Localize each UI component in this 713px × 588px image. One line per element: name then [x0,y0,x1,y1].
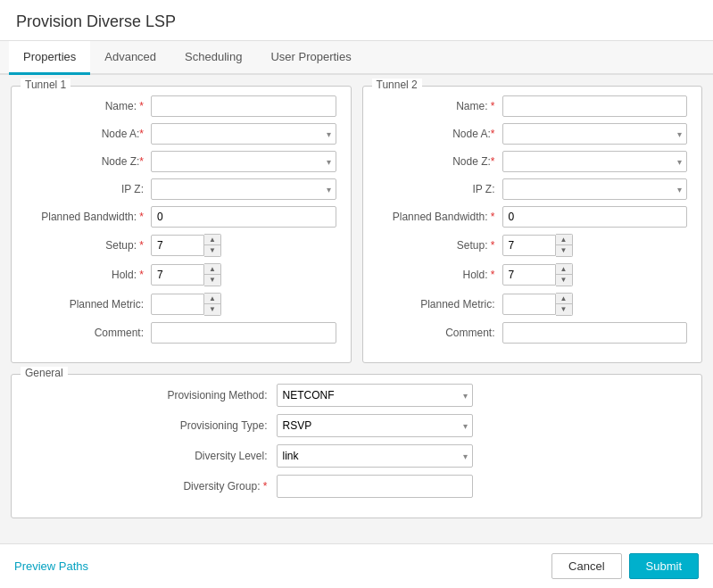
tunnel2-plannedmetric-input[interactable] [502,294,556,315]
preview-paths-button[interactable]: Preview Paths [14,559,88,573]
tunnel1-comment-input[interactable] [151,322,336,344]
tunnel2-nodez-select[interactable] [502,151,688,172]
tunnel1-nodez-row: Node Z:* ▾ [26,151,336,172]
dialog: Provision Diverse LSP Properties Advance… [0,0,713,588]
tab-advanced[interactable]: Advanced [90,41,170,75]
tunnel1-name-input[interactable] [151,95,336,117]
tunnel2-legend: Tunnel 2 [372,79,422,91]
tunnel2-plannedmetric-spinner: ▲ ▼ [502,293,688,316]
tunnel2-setup-input[interactable] [502,235,556,256]
tunnel1-nodea-row: Node A:* ▾ [26,123,336,145]
tunnel1-hold-up-btn[interactable]: ▲ [204,264,220,275]
cancel-button[interactable]: Cancel [551,553,621,579]
general-prov-method-wrapper: NETCONF CLI SNMP ▾ [277,384,473,407]
tunnel1-nodez-wrapper: ▾ [151,151,336,172]
tunnel1-hold-label: Hold: * [26,269,151,281]
tunnel1-plannedmetric-input[interactable] [151,294,204,315]
tunnel2-setup-spinner: ▲ ▼ [502,234,688,257]
tunnel1-ipz-wrapper: ▾ [151,178,336,200]
tunnel2-nodea-wrapper: ▾ [502,123,688,145]
tunnel1-ipz-select[interactable] [151,178,336,200]
tunnel2-setup-down-btn[interactable]: ▼ [556,245,572,256]
tunnel1-hold-row: Hold: * ▲ ▼ [26,263,336,286]
tunnel2-plannedmetric-up-btn[interactable]: ▲ [556,294,572,304]
general-diversity-level-row: Diversity Level: link node srlg ▾ [125,444,589,468]
tunnel1-hold-down-btn[interactable]: ▼ [204,275,220,286]
tunnel1-name-row: Name: * [26,95,336,117]
tunnel1-setup-spinner-btns: ▲ ▼ [204,234,221,257]
tunnel2-comment-input[interactable] [502,322,688,344]
tunnel2-hold-up-btn[interactable]: ▲ [556,264,572,275]
general-diversity-level-wrapper: link node srlg ▾ [277,444,473,468]
tab-bar: Properties Advanced Scheduling User Prop… [0,41,713,75]
tunnel2-ipz-row: IP Z: ▾ [377,178,688,200]
footer: Preview Paths Cancel Submit [0,543,713,588]
tab-scheduling[interactable]: Scheduling [170,41,256,75]
tunnel2-plannedbw-input[interactable] [502,206,688,228]
dialog-title: Provision Diverse LSP [0,0,713,41]
tunnel2-setup-row: Setup: * ▲ ▼ [377,234,688,257]
tunnel1-nodea-select[interactable] [151,123,336,145]
tunnel1-plannedmetric-spinner-btns: ▲ ▼ [204,293,221,316]
tunnel1-plannedmetric-label: Planned Metric: [26,298,151,311]
footer-actions: Cancel Submit [551,553,699,579]
submit-button[interactable]: Submit [629,553,699,579]
general-form: Provisioning Method: NETCONF CLI SNMP ▾ … [26,384,687,505]
general-prov-type-row: Provisioning Type: RSVP SR ▾ [125,414,589,437]
tunnel1-nodea-label: Node A:* [26,128,151,140]
general-prov-method-select[interactable]: NETCONF CLI SNMP [277,384,473,407]
tunnel1-hold-input[interactable] [151,264,204,286]
tunnels-row: Tunnel 1 Name: * Node A:* ▾ [11,86,702,363]
tunnel1-nodea-wrapper: ▾ [151,123,336,145]
tunnel2-ipz-label: IP Z: [377,183,502,195]
tunnel1-ipz-label: IP Z: [26,183,151,195]
tunnel2-plannedmetric-down-btn[interactable]: ▼ [556,304,572,315]
tunnel1-box: Tunnel 1 Name: * Node A:* ▾ [11,86,352,363]
tab-user-properties[interactable]: User Properties [256,41,365,75]
tunnel2-nodea-row: Node A:* ▾ [377,123,688,145]
tunnel1-name-label: Name: * [26,100,151,112]
general-diversity-level-select[interactable]: link node srlg [277,444,473,468]
tunnel2-setup-spinner-btns: ▲ ▼ [556,234,573,257]
general-prov-type-select[interactable]: RSVP SR [277,414,473,437]
tunnel2-hold-spinner-btns: ▲ ▼ [556,263,573,286]
tunnel2-nodea-select[interactable] [502,123,688,145]
tunnel2-hold-spinner: ▲ ▼ [502,263,688,286]
tunnel1-plannedbw-input[interactable] [151,206,336,228]
general-diversity-group-label: Diversity Group: * [125,480,277,493]
tunnel1-setup-input[interactable] [151,235,204,256]
tunnel1-plannedmetric-spinner: ▲ ▼ [151,293,336,316]
tunnel2-ipz-select[interactable] [502,178,688,200]
tunnel1-plannedmetric-up-btn[interactable]: ▲ [204,294,220,304]
tunnel2-plannedbw-label: Planned Bandwidth: * [377,211,502,223]
tunnel2-hold-label: Hold: * [377,269,502,281]
tunnel2-plannedmetric-row: Planned Metric: ▲ ▼ [377,293,688,316]
tunnel2-plannedbw-row: Planned Bandwidth: * [377,206,688,228]
tunnel1-comment-label: Comment: [26,327,151,339]
tunnel2-comment-row: Comment: [377,322,688,344]
content-area: Tunnel 1 Name: * Node A:* ▾ [0,75,713,543]
general-prov-type-wrapper: RSVP SR ▾ [277,414,473,437]
tab-properties[interactable]: Properties [9,41,90,75]
general-diversity-group-input[interactable] [277,475,473,498]
tunnel2-hold-down-btn[interactable]: ▼ [556,275,572,286]
tunnel2-hold-row: Hold: * ▲ ▼ [377,263,688,286]
tunnel2-nodez-wrapper: ▾ [502,151,688,172]
tunnel1-ipz-row: IP Z: ▾ [26,178,336,200]
tunnel1-legend: Tunnel 1 [21,79,70,91]
general-box: General Provisioning Method: NETCONF CLI… [11,374,702,518]
tunnel2-hold-input[interactable] [502,264,556,286]
tunnel2-box: Tunnel 2 Name: * Node A:* ▾ [362,86,703,363]
tunnel1-plannedmetric-down-btn[interactable]: ▼ [204,304,220,315]
tunnel2-name-input[interactable] [502,95,688,117]
tunnel2-setup-up-btn[interactable]: ▲ [556,235,572,245]
tunnel1-hold-spinner-btns: ▲ ▼ [204,263,221,286]
tunnel1-setup-up-btn[interactable]: ▲ [204,235,220,245]
general-prov-type-label: Provisioning Type: [125,419,277,432]
general-prov-method-row: Provisioning Method: NETCONF CLI SNMP ▾ [125,384,589,407]
tunnel1-setup-down-btn[interactable]: ▼ [204,245,220,256]
tunnel1-nodez-select[interactable] [151,151,336,172]
tunnel2-plannedmetric-spinner-btns: ▲ ▼ [556,293,573,316]
tunnel2-nodez-label: Node Z:* [377,155,502,168]
tunnel2-name-row: Name: * [377,95,688,117]
